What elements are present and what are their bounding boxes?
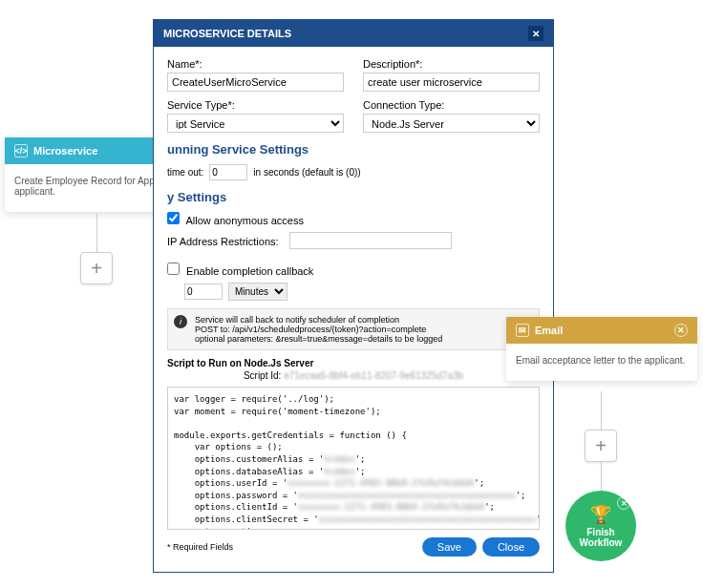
required-fields-note: * Required Fields	[167, 542, 233, 552]
email-card: ✉ Email ✕ Email acceptance letter to the…	[506, 317, 697, 381]
close-icon[interactable]: ✕	[674, 324, 688, 337]
close-icon[interactable]: ✕	[528, 26, 543, 41]
script-id-value: e71ecaa5-8bf4-eb11-8207-9e61325d7a3b	[284, 370, 463, 381]
connector-line	[96, 214, 97, 252]
name-input[interactable]	[167, 73, 344, 92]
connector-line	[601, 462, 602, 493]
ip-restrictions-input[interactable]	[289, 232, 452, 249]
anonymous-access-label: Allow anonymous access	[185, 215, 304, 226]
running-settings-title: unning Service Settings	[167, 142, 540, 157]
connector-line	[601, 391, 602, 430]
ip-restrictions-label: IP Address Restrictions:	[167, 236, 279, 247]
info-line: Service will call back to notify schedul…	[195, 315, 442, 325]
service-type-label: Service Type*:	[167, 99, 344, 111]
description-label: Description*:	[363, 58, 540, 70]
name-label: Name*:	[167, 58, 344, 70]
email-card-header: ✉ Email ✕	[506, 317, 697, 344]
modal-title: MICROSERVICE DETAILS	[163, 28, 291, 39]
script-id-label: Script Id:	[244, 370, 281, 381]
callback-unit-select[interactable]: Minutes	[228, 283, 288, 301]
security-settings-title: y Settings	[167, 190, 540, 204]
add-step-button[interactable]: +	[80, 252, 113, 284]
close-icon[interactable]: ✕	[617, 496, 630, 510]
email-card-title: Email	[535, 325, 563, 336]
connection-type-label: Connection Type:	[363, 99, 540, 111]
close-button[interactable]: Close	[482, 537, 540, 556]
script-section-label: Script to Run on Node.Js Server	[167, 358, 540, 368]
trophy-icon: 🏆	[590, 504, 611, 525]
callback-interval-input[interactable]	[184, 284, 223, 300]
timeout-hint: in seconds (default is (0))	[253, 167, 360, 178]
anonymous-access-checkbox[interactable]	[167, 212, 180, 224]
microservice-card-title: Microservice	[33, 145, 97, 157]
completion-callback-label: Enable completion callback	[186, 265, 313, 277]
add-step-button[interactable]: +	[585, 430, 617, 462]
timeout-label: time out:	[167, 167, 203, 178]
mail-icon: ✉	[516, 324, 529, 337]
callback-info-box: i Service will call back to notify sched…	[167, 308, 540, 350]
description-input[interactable]	[363, 73, 540, 92]
info-line: POST to: /api/v1/scheduledprocess/(token…	[195, 325, 442, 334]
completion-callback-checkbox[interactable]	[167, 262, 180, 275]
finish-label-2: Workflow	[580, 537, 623, 548]
code-icon: </>	[14, 144, 28, 158]
timeout-input[interactable]	[209, 164, 247, 180]
microservice-details-modal: MICROSERVICE DETAILS ✕ Name*: Descriptio…	[153, 19, 554, 573]
modal-body: Name*: Description*: Service Type*: ipt …	[154, 47, 553, 572]
finish-label-1: Finish	[586, 527, 614, 537]
service-type-select[interactable]: ipt Service	[167, 114, 344, 133]
modal-header: MICROSERVICE DETAILS ✕	[154, 20, 553, 47]
save-button[interactable]: Save	[422, 537, 477, 556]
connection-type-select[interactable]: Node.Js Server	[363, 114, 540, 133]
finish-workflow-node[interactable]: ✕ 🏆 Finish Workflow	[565, 491, 636, 561]
info-line: optional parameters: &result=true&messag…	[195, 334, 442, 344]
info-icon: i	[174, 315, 187, 328]
email-card-body: Email acceptance letter to the applicant…	[506, 344, 697, 381]
script-editor[interactable]: var logger = require('../log'); var mome…	[167, 387, 540, 530]
